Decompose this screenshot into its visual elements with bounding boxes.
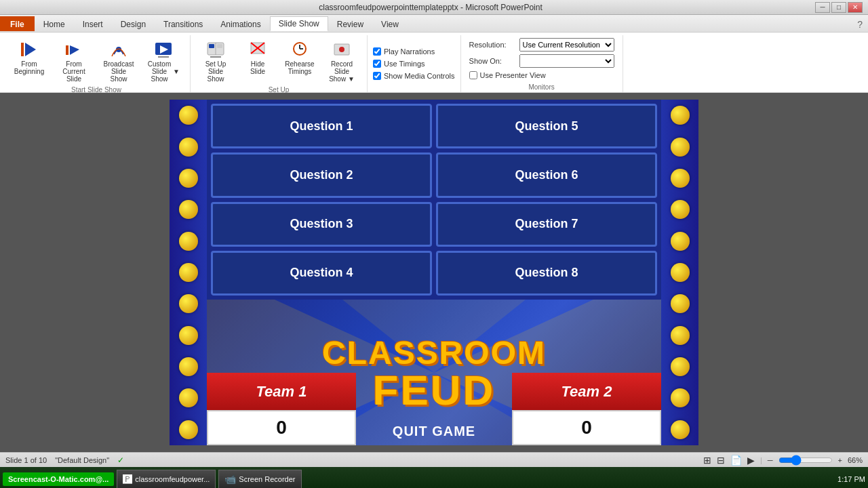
resolution-select[interactable]: Use Current Resolution [519, 38, 614, 52]
taskbar: Screencast-O-Matic.com@... 🅿 classroomfe… [0, 467, 868, 488]
question-1-button[interactable]: Question 1 [211, 104, 432, 148]
group-checkboxes: Play Narrations Use Timings Show Media C… [368, 35, 461, 92]
accessibility-checkmark: ✓ [117, 455, 124, 465]
record-button[interactable]: Record Slide Show ▼ [322, 35, 361, 86]
dot [179, 420, 198, 439]
close-button[interactable]: ✕ [848, 2, 863, 13]
powerpoint-icon: 🅿 [123, 474, 132, 485]
game-bottom: Team 1 0 CLASSROOM FEUD Team 2 0 [207, 300, 661, 445]
dot [179, 263, 198, 282]
play-narrations-checkbox[interactable]: Play Narrations [373, 47, 455, 56]
slideshow-view-icon[interactable]: ▶ [747, 455, 755, 466]
svg-rect-0 [21, 43, 24, 56]
dot [671, 138, 690, 157]
taskbar-recorder-button[interactable]: 📹 Screen Recorder [218, 470, 301, 488]
dot [671, 388, 690, 407]
dot [179, 200, 198, 219]
slide-sorter-icon[interactable]: ⊟ [717, 455, 725, 466]
slide: Question 1 Question 5 Question 2 Questio… [170, 100, 698, 445]
question-3-button[interactable]: Question 3 [211, 202, 432, 247]
recorder-icon: 📹 [224, 474, 236, 485]
hide-slide-icon [247, 39, 269, 60]
presenter-view-checkbox[interactable]: Use Presenter View [469, 70, 614, 80]
dot [671, 294, 690, 313]
dot [179, 388, 198, 407]
dot [179, 169, 198, 188]
dot [179, 326, 198, 345]
zoom-out-icon[interactable]: ─ [768, 456, 773, 464]
tab-file[interactable]: File [0, 16, 35, 31]
group-setup: Set Up Slide Show Hide Slide [191, 35, 368, 92]
rehearse-button[interactable]: Rehearse Timings [280, 35, 319, 79]
theme-name: "Default Design" [55, 456, 109, 464]
custom-slideshow-button[interactable]: Custom Slide Show ▼ [142, 35, 184, 86]
hide-slide-button[interactable]: Hide Slide [238, 35, 277, 79]
questions-grid: Question 1 Question 5 Question 2 Questio… [207, 100, 661, 300]
question-5-button[interactable]: Question 5 [436, 104, 657, 148]
broadcast-icon [108, 39, 130, 60]
rehearse-icon [289, 39, 311, 60]
tab-view[interactable]: View [372, 16, 408, 31]
team2-section: Team 2 0 [512, 373, 661, 445]
svg-rect-11 [217, 44, 222, 48]
svg-rect-7 [158, 56, 169, 58]
svg-rect-12 [210, 56, 221, 58]
taskbar-powerpoint-button[interactable]: 🅿 classroomfeudpower... [117, 470, 216, 488]
svg-rect-10 [209, 44, 214, 48]
monitors-label: Monitors [467, 83, 617, 92]
question-4-button[interactable]: Question 4 [211, 251, 432, 296]
tab-home[interactable]: Home [35, 16, 74, 31]
resolution-label: Resolution: [469, 41, 515, 49]
dot [671, 357, 690, 376]
quit-game-button[interactable]: QUIT GAME [366, 417, 502, 445]
tab-transitions[interactable]: Transitions [155, 16, 212, 31]
normal-view-icon[interactable]: ⊞ [703, 455, 711, 466]
team2-name-button[interactable]: Team 2 [512, 373, 661, 410]
tab-review[interactable]: Review [328, 16, 372, 31]
question-6-button[interactable]: Question 6 [436, 152, 657, 197]
hide-slide-label: Hide Slide [243, 60, 273, 75]
question-7-button[interactable]: Question 7 [436, 202, 657, 247]
custom-icon [153, 39, 174, 60]
setup-slideshow-button[interactable]: Set Up Slide Show [196, 35, 235, 86]
question-8-button[interactable]: Question 8 [436, 251, 657, 296]
tab-slideshow[interactable]: Slide Show [270, 16, 328, 31]
use-timings-checkbox[interactable]: Use Timings [373, 59, 455, 68]
svg-rect-2 [66, 45, 68, 55]
dot [671, 420, 690, 439]
tab-insert[interactable]: Insert [74, 16, 112, 31]
classroom-text: CLASSROOM [322, 337, 546, 369]
team1-score: 0 [207, 410, 356, 445]
from-current-button[interactable]: From Current Slide [53, 35, 95, 86]
taskbar-time: 1:17 PM [837, 475, 865, 483]
broadcast-button[interactable]: Broadcast Slide Show [98, 35, 140, 86]
maximize-button[interactable]: □ [831, 2, 846, 13]
show-media-checkbox[interactable]: Show Media Controls [373, 71, 455, 81]
tab-design[interactable]: Design [112, 16, 155, 31]
taskbar-recorder-label: Screen Recorder [239, 475, 295, 483]
svg-marker-1 [25, 43, 36, 56]
team2-score: 0 [512, 410, 661, 445]
from-beginning-label: From Beginning [13, 60, 45, 75]
zoom-level: 66% [848, 456, 863, 464]
show-on-select[interactable] [519, 54, 614, 68]
question-2-button[interactable]: Question 2 [211, 152, 432, 197]
minimize-button[interactable]: ─ [815, 2, 830, 13]
reading-view-icon[interactable]: 📄 [730, 455, 742, 466]
left-dots [170, 100, 207, 445]
dot [179, 294, 198, 313]
dot [179, 106, 198, 125]
zoom-slider[interactable] [778, 455, 833, 466]
from-beginning-button[interactable]: From Beginning [8, 35, 50, 79]
dot [179, 357, 198, 376]
title-bar: classroomfeudpowerpointtemplatepptx - Mi… [0, 0, 868, 15]
dot [671, 200, 690, 219]
record-icon [331, 39, 353, 60]
zoom-in-icon[interactable]: + [838, 456, 842, 464]
right-dots [661, 100, 698, 445]
group-start-slideshow: From Beginning From Current Slide [3, 35, 191, 92]
tab-animations[interactable]: Animations [212, 16, 269, 31]
dot [671, 263, 690, 282]
help-icon[interactable]: ? [857, 19, 863, 30]
dot [671, 232, 690, 251]
